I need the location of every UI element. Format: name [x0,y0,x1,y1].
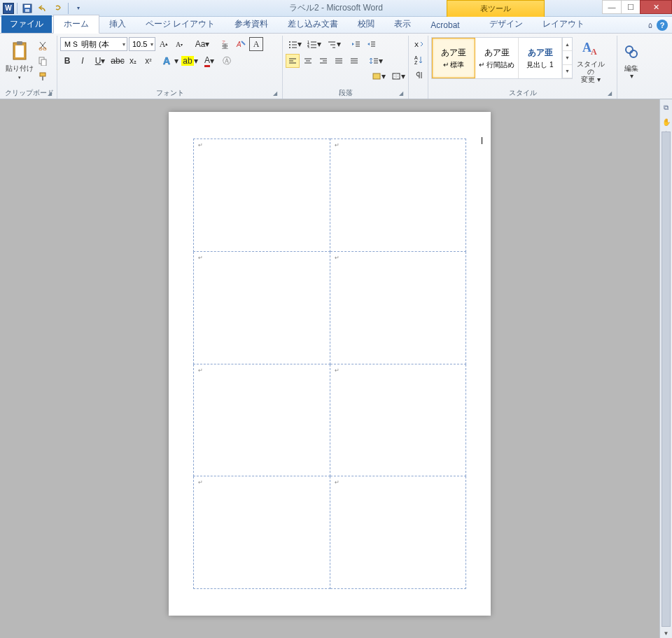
decrease-indent-button[interactable] [349,37,363,51]
tab-view[interactable]: 表示 [384,15,421,33]
change-case-button[interactable]: Aa▾ [193,37,211,51]
maximize-button[interactable]: ☐ [621,0,640,14]
styles-expand[interactable]: ▼ [563,65,572,78]
tab-references[interactable]: 参考資料 [225,15,278,33]
phonetic-guide-button[interactable]: ア亜 [218,37,232,51]
vertical-scrollbar-area: ⧉ ✋ ▲ ▼ [659,99,672,638]
multilevel-list-button[interactable]: ▾ [325,37,343,51]
shrink-font-button[interactable]: A▾ [172,37,186,51]
copy-button[interactable] [36,54,50,68]
pan-icon[interactable]: ✋ [661,116,672,127]
increase-indent-button[interactable] [364,37,378,51]
font-name-combo[interactable]: ＭＳ 明朝 (本 [60,37,127,51]
tab-table-design[interactable]: デザイン [479,15,533,33]
styles-gallery[interactable]: あア亜 ↵ 標準 あア亜 ↵ 行間詰め あア亜 見出し 1 ▲ ▼ ▼ [431,37,573,79]
format-painter-button[interactable] [36,69,50,83]
page[interactable]: ↵↵ ↵↵ ↵↵ ↵↵ [169,112,491,616]
label-cell[interactable]: ↵ [194,476,330,589]
scroll-thumb[interactable] [662,132,671,627]
numbering-button[interactable]: 123▾ [305,37,323,51]
redo-button[interactable] [51,1,65,15]
bullets-button[interactable]: ▾ [286,37,304,51]
tab-page-layout[interactable]: ページ レイアウト [136,15,225,33]
highlight-button[interactable]: ab▾ [181,54,199,68]
font-group-label: フォント◢ [60,87,279,99]
paragraph-launcher[interactable]: ◢ [397,90,405,99]
tab-acrobat[interactable]: Acrobat [421,17,469,33]
tab-home[interactable]: ホーム [53,15,99,34]
change-styles-button[interactable]: AA スタイルの 変更 ▾ [574,37,608,83]
show-marks-button[interactable] [412,68,426,82]
strikethrough-button[interactable]: abc [111,54,125,68]
shading-button[interactable]: ▾ [370,69,388,83]
tab-review[interactable]: 校閲 [348,15,384,33]
font-color-button[interactable]: A ▾ [200,54,218,68]
qat-customize-button[interactable]: ▾ [71,1,85,15]
align-left-button[interactable] [286,54,300,68]
minimize-ribbon-button[interactable]: ۵ [648,21,652,30]
svg-rect-10 [40,73,46,76]
font-size-combo[interactable]: 10.5 [129,37,155,51]
scroll-track[interactable] [662,132,671,627]
svg-point-18 [289,44,290,45]
underline-button[interactable]: U ▾ [91,54,109,68]
ribbon: 貼り付け ▾ クリップボード◢ ＭＳ 明朝 (本 10.5 A▴ A▾ Aa▾ … [0,34,672,99]
tab-file[interactable]: ファイル [1,15,52,33]
label-cell[interactable]: ↵ [330,476,466,589]
italic-button[interactable]: I [76,54,90,68]
label-cell[interactable]: ↵ [194,251,330,364]
style-no-spacing[interactable]: あア亜 ↵ 行間詰め [475,38,519,78]
styles-launcher[interactable]: ◢ [606,90,614,99]
label-cell[interactable]: ↵ [194,364,330,476]
label-cell[interactable]: ↵ [330,139,466,252]
grow-font-button[interactable]: A▴ [157,37,171,51]
label-cell[interactable]: ↵ [194,139,330,252]
label-table[interactable]: ↵↵ ↵↵ ↵↵ ↵↵ [193,139,466,589]
sort-button[interactable]: AZ [412,52,426,66]
align-center-button[interactable] [301,54,315,68]
svg-rect-2 [25,9,29,12]
align-right-button[interactable] [316,54,330,68]
paste-button[interactable]: 貼り付け ▾ [5,37,34,83]
font-launcher[interactable]: ◢ [271,90,279,99]
clipboard-launcher[interactable]: ◢ [46,90,54,99]
align-justify-button[interactable] [332,54,346,68]
ribbon-tabs: ファイル ホーム 挿入 ページ レイアウト 参考資料 差し込み文書 校閲 表示 … [0,17,672,34]
styles-scroll-up[interactable]: ▲ [563,38,572,51]
save-button[interactable] [20,1,34,15]
text-effects-button[interactable]: A▾ [161,54,179,68]
clipboard-group-label: クリップボード◢ [5,87,54,99]
label-cell[interactable]: ↵ [330,251,466,364]
style-heading1[interactable]: あア亜 見出し 1 [519,38,562,78]
tab-insert[interactable]: 挿入 [99,15,136,33]
distributed-button[interactable] [347,54,361,68]
clear-formatting-button[interactable]: A [234,37,248,51]
line-spacing-button[interactable]: ▾ [367,54,385,68]
superscript-button[interactable]: x² [141,54,155,68]
enclose-characters-button[interactable]: Ⓐ [220,54,234,68]
word-app-icon[interactable]: W [3,3,14,14]
borders-button[interactable]: ▾ [389,69,407,83]
group-clipboard: 貼り付け ▾ クリップボード◢ [2,36,57,99]
character-border-button[interactable]: A [249,37,263,51]
help-icon[interactable]: ? [657,20,668,31]
style-normal[interactable]: あア亜 ↵ 標準 [432,38,475,78]
window-title: ラベル2 - Microsoft Word [289,2,383,14]
styles-scroll-down[interactable]: ▼ [563,51,572,64]
minimize-button[interactable]: — [602,0,622,14]
bold-button[interactable]: B [60,54,74,68]
label-cell[interactable]: ↵ [330,364,466,476]
editing-button[interactable]: 編集 ▾ [620,37,643,83]
tab-table-layout[interactable]: レイアウト [533,15,594,33]
group-font: ＭＳ 明朝 (本 10.5 A▴ A▾ Aa▾ ア亜 A A B I U ▾ a… [57,36,283,99]
cut-button[interactable] [36,38,50,52]
close-button[interactable]: ✕ [640,0,672,14]
tab-mailings[interactable]: 差し込み文書 [278,15,348,33]
undo-button[interactable] [36,1,50,15]
ruler-toggle-icon[interactable]: ⧉ [661,102,672,113]
svg-rect-11 [42,76,43,80]
scroll-down-button[interactable]: ▼ [660,628,672,638]
text-direction-button[interactable]: X [412,37,426,51]
document-area[interactable]: ↵↵ ↵↵ ↵↵ ↵↵ [0,99,659,638]
subscript-button[interactable]: x₂ [126,54,140,68]
